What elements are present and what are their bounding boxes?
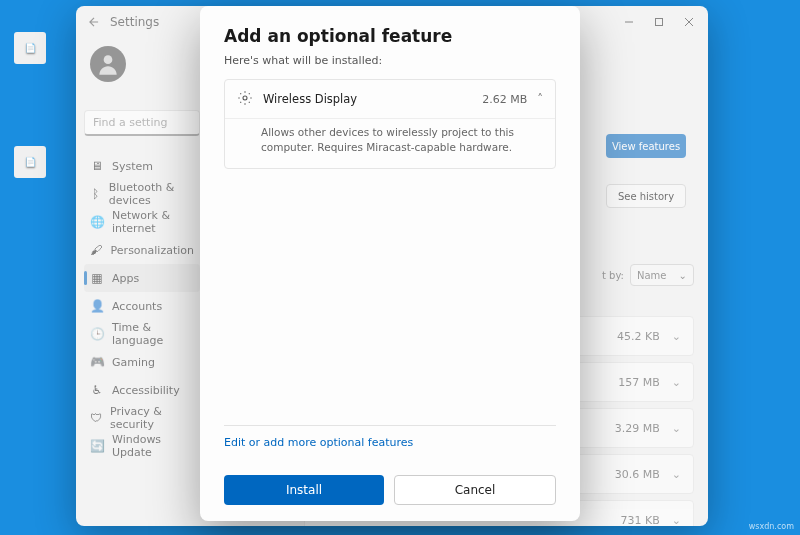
watermark: wsxdn.com bbox=[749, 522, 794, 531]
dialog-title: Add an optional feature bbox=[224, 26, 556, 46]
feature-name: Wireless Display bbox=[263, 92, 472, 106]
dialog-subtitle: Here's what will be installed: bbox=[224, 54, 556, 67]
edit-features-link[interactable]: Edit or add more optional features bbox=[224, 436, 556, 449]
add-optional-feature-dialog: Add an optional feature Here's what will… bbox=[200, 6, 580, 521]
feature-header[interactable]: Wireless Display 2.62 MB ˄ bbox=[225, 80, 555, 118]
feature-size: 2.62 MB bbox=[482, 93, 527, 106]
gear-icon bbox=[237, 90, 253, 109]
feature-description: Allows other devices to wirelessly proje… bbox=[225, 118, 555, 168]
separator bbox=[224, 425, 556, 426]
install-button[interactable]: Install bbox=[224, 475, 384, 505]
chevron-up-icon: ˄ bbox=[537, 92, 543, 106]
cancel-button[interactable]: Cancel bbox=[394, 475, 556, 505]
feature-card: Wireless Display 2.62 MB ˄ Allows other … bbox=[224, 79, 556, 169]
svg-point-3 bbox=[243, 96, 247, 100]
